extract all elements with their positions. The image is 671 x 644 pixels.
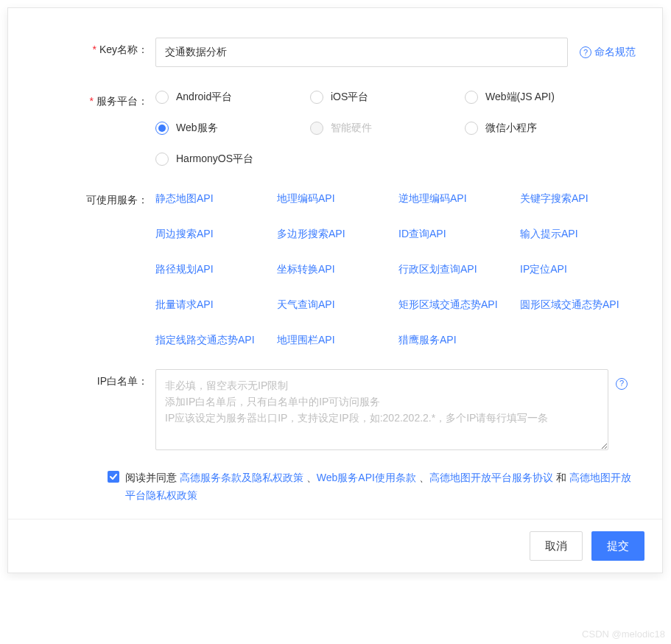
radio-circle-icon <box>155 91 169 104</box>
service-link[interactable]: 路径规划API <box>155 263 277 276</box>
required-mark: * <box>92 43 96 55</box>
radio-label: Web服务 <box>176 122 218 135</box>
radio-circle-icon <box>465 122 478 135</box>
service-link[interactable]: 逆地理编码API <box>398 192 520 206</box>
required-mark: * <box>90 95 94 107</box>
label-ip-whitelist: IP白名单： <box>30 369 155 450</box>
row-ip-whitelist: IP白名单： ? <box>30 369 640 450</box>
row-services: 可使用服务： 静态地图API地理编码API逆地理编码API关键字搜索API周边搜… <box>30 188 640 347</box>
key-name-input[interactable] <box>155 38 568 67</box>
agreement-checkbox[interactable] <box>108 471 119 483</box>
radio-circle-icon <box>155 122 169 135</box>
service-link[interactable]: 猎鹰服务API <box>398 334 520 347</box>
platform-radio[interactable]: Web端(JS API) <box>465 91 619 104</box>
platform-radio[interactable]: Android平台 <box>155 91 310 104</box>
radio-label: Android平台 <box>176 91 232 104</box>
terms-link-3[interactable]: 高德地图开放平台服务协议 <box>429 472 553 483</box>
platform-radio[interactable]: Web服务 <box>155 122 310 135</box>
terms-link-1[interactable]: 高德服务条款及隐私权政策 <box>180 472 303 483</box>
radio-circle-icon <box>465 91 478 104</box>
platform-content: Android平台iOS平台Web端(JS API)Web服务智能硬件微信小程序… <box>155 89 640 166</box>
radio-circle-icon <box>310 91 323 104</box>
radio-circle-icon <box>310 122 323 135</box>
platform-radio-group: Android平台iOS平台Web端(JS API)Web服务智能硬件微信小程序… <box>155 89 640 166</box>
radio-dot-icon <box>158 125 166 132</box>
service-link[interactable]: 输入提示API <box>520 228 642 241</box>
radio-label: iOS平台 <box>331 91 368 104</box>
services-content: 静态地图API地理编码API逆地理编码API关键字搜索API周边搜索API多边形… <box>155 188 640 347</box>
label-platform: *服务平台： <box>30 89 155 166</box>
agreement-row: 阅读并同意 高德服务条款及隐私权政策 、Web服务API使用条款 、高德地图开放… <box>30 469 640 504</box>
label-services: 可使用服务： <box>30 188 155 347</box>
create-key-dialog: *Key名称： ? 命名规范 *服务平台： Android平台iOS平台Web端… <box>7 7 663 573</box>
service-link[interactable]: ID查询API <box>398 228 520 241</box>
platform-radio[interactable]: 微信小程序 <box>465 122 619 135</box>
dialog-footer: 取消 提交 <box>8 519 662 573</box>
service-link[interactable]: 批量请求API <box>155 298 277 312</box>
service-link[interactable]: 地理围栏API <box>277 334 398 347</box>
radio-circle-icon <box>155 153 169 166</box>
service-link[interactable]: 矩形区域交通态势API <box>398 298 520 312</box>
label-key-name: *Key名称： <box>30 38 155 67</box>
service-link[interactable]: 坐标转换API <box>277 263 398 276</box>
service-link[interactable]: 行政区划查询API <box>398 263 520 276</box>
radio-label: 智能硬件 <box>331 122 372 135</box>
row-platform: *服务平台： Android平台iOS平台Web端(JS API)Web服务智能… <box>30 89 640 166</box>
service-link[interactable]: IP定位API <box>520 263 642 276</box>
platform-radio[interactable]: iOS平台 <box>310 91 465 104</box>
question-circle-icon: ? <box>580 46 591 58</box>
naming-convention-link[interactable]: ? 命名规范 <box>580 46 636 59</box>
submit-button[interactable]: 提交 <box>591 531 644 561</box>
service-link[interactable]: 圆形区域交通态势API <box>520 298 642 312</box>
cancel-button[interactable]: 取消 <box>530 531 583 561</box>
service-link[interactable]: 天气查询API <box>277 298 398 312</box>
radio-label: 微信小程序 <box>485 122 537 135</box>
radio-label: HarmonyOS平台 <box>176 153 253 166</box>
service-link[interactable]: 指定线路交通态势API <box>155 334 277 347</box>
service-link[interactable]: 关键字搜索API <box>520 192 642 206</box>
service-link[interactable]: 静态地图API <box>155 192 277 206</box>
row-key-name: *Key名称： ? 命名规范 <box>30 38 640 67</box>
terms-link-2[interactable]: Web服务API使用条款 <box>317 472 416 483</box>
agreement-text: 阅读并同意 高德服务条款及隐私权政策 、Web服务API使用条款 、高德地图开放… <box>125 469 640 504</box>
dialog-body: *Key名称： ? 命名规范 *服务平台： Android平台iOS平台Web端… <box>8 8 662 519</box>
key-name-content: ? 命名规范 <box>155 38 640 67</box>
radio-label: Web端(JS API) <box>485 91 555 104</box>
ip-help-icon[interactable]: ? <box>616 377 628 390</box>
service-link[interactable]: 地理编码API <box>277 192 398 206</box>
check-icon <box>109 472 118 481</box>
ip-whitelist-textarea[interactable] <box>155 369 608 450</box>
service-link[interactable]: 周边搜索API <box>155 228 277 241</box>
services-grid: 静态地图API地理编码API逆地理编码API关键字搜索API周边搜索API多边形… <box>155 188 640 347</box>
platform-radio: 智能硬件 <box>310 122 465 135</box>
ip-whitelist-content: ? <box>155 369 640 450</box>
question-circle-icon: ? <box>616 378 628 390</box>
service-link[interactable]: 多边形搜索API <box>277 228 398 241</box>
platform-radio[interactable]: HarmonyOS平台 <box>155 153 310 166</box>
